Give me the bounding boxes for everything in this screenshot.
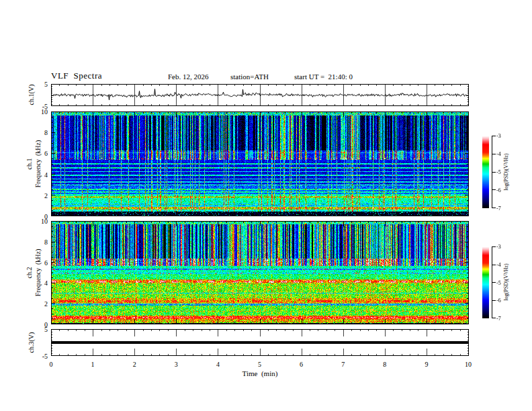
ch1-spectrogram-canvas — [51, 111, 469, 216]
ch3-voltage-axis-label: ch.3(V) — [28, 332, 35, 353]
spec2-freq-tick-label: 8 — [28, 238, 48, 245]
station-label: station=ATH — [230, 73, 269, 81]
time-tick-label: 4 — [208, 361, 228, 368]
colorbar-1-canvas — [482, 136, 497, 208]
colorbar-2-tick-label: -6 — [496, 298, 507, 304]
spec1-frequency-axis-label: Frequency (kHz) — [34, 140, 42, 188]
figure-title: VLF Spectra — [51, 71, 102, 81]
spec2-freq-tick-label: 6 — [28, 259, 48, 266]
ch3-waveform-canvas — [51, 329, 469, 356]
colorbar-2-tick-label: -4 — [496, 261, 507, 267]
spec1-channel-label: ch.1 — [26, 158, 33, 170]
ch3-volt-tick-label: 5 — [28, 326, 48, 333]
vlf-spectra-figure: VLF Spectra Feb. 12, 2026 station=ATH st… — [0, 0, 532, 411]
colorbar-1-tick-label: -7 — [496, 205, 507, 212]
spec2-freq-tick-label: 2 — [28, 300, 48, 308]
colorbar-2-tick-label: -3 — [496, 244, 507, 250]
ch1-volt-tick-label: -5 — [28, 103, 48, 110]
spec1-freq-tick-label: 6 — [28, 150, 48, 157]
time-tick-label: 8 — [375, 361, 395, 368]
time-tick-label: 7 — [333, 361, 353, 368]
start-ut-label: start UT = 21:40: 0 — [294, 73, 353, 81]
ch1-volt-tick-label: 5 — [28, 81, 48, 88]
time-tick-label: 5 — [250, 361, 270, 368]
colorbar-2-tick-label: -7 — [496, 316, 507, 322]
spec1-freq-tick-label: 8 — [28, 129, 48, 136]
spec1-freq-tick-label: 2 — [28, 191, 48, 199]
colorbar-1-tick-label: -4 — [496, 151, 507, 157]
time-tick-label: 6 — [292, 361, 312, 368]
colorbar-2-canvas — [482, 246, 497, 318]
colorbar-1-tick-label: -5 — [496, 169, 507, 175]
time-tick-label: 10 — [458, 361, 478, 368]
ch3-volt-tick-label: -5 — [28, 353, 48, 360]
time-tick-label: 3 — [166, 361, 186, 368]
spec2-channel-label: ch.2 — [26, 267, 33, 279]
spec2-freq-tick-label: 4 — [28, 279, 48, 287]
spec1-freq-tick-label: 0 — [28, 213, 48, 220]
time-tick-label: 9 — [416, 361, 437, 368]
time-axis-label: Time (min) — [226, 369, 294, 377]
colorbar-2-tick-label: -5 — [496, 279, 507, 285]
colorbar-1-tick-label: -6 — [496, 187, 507, 193]
ch1-waveform-canvas — [51, 84, 469, 106]
ch2-spectrogram-canvas — [51, 221, 469, 324]
time-tick-label: 2 — [124, 361, 144, 368]
colorbar-1-tick-label: -3 — [496, 133, 507, 139]
time-tick-label: 1 — [83, 361, 103, 368]
time-tick-label: 0 — [41, 361, 61, 368]
spec2-frequency-axis-label: Frequency (kHz) — [34, 249, 42, 297]
spec1-freq-tick-label: 4 — [28, 171, 48, 178]
date-label: Feb. 12, 2026 — [168, 73, 209, 81]
